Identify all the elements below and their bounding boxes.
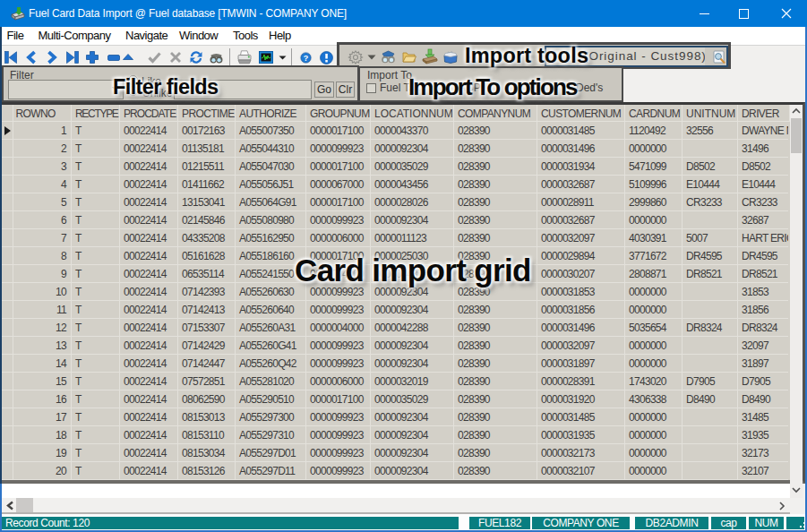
svg-text:?: ? — [304, 54, 309, 63]
